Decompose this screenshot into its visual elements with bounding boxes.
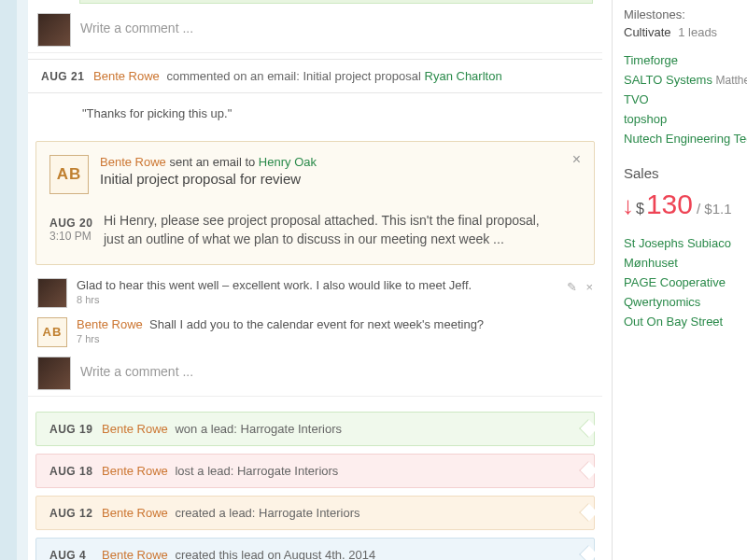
reply-text: Shall I add you to the calendar event fo…	[149, 317, 484, 331]
comment-composer-top	[28, 7, 602, 52]
sidebar: Milestones: Cultivate 1 leads TimeforgeS…	[612, 0, 747, 560]
reply-text: Glad to hear this went well – excellent …	[77, 278, 472, 292]
close-icon[interactable]: ×	[572, 151, 581, 168]
milestone-item[interactable]: Cultivate 1 leads	[613, 25, 747, 41]
email-body: Hi Henry, please see project proposal at…	[104, 211, 557, 249]
email-verb: sent an email to	[169, 155, 255, 169]
reply-meta: 8 hrs	[77, 294, 595, 305]
avatar	[37, 13, 71, 47]
event-lead: Harrogate Interiors	[241, 422, 342, 436]
avatar-initials: AB	[37, 317, 67, 347]
event-date: AUG 4	[49, 549, 102, 560]
event-author[interactable]: Bente Rowe	[93, 69, 160, 83]
sales-value: ↓ $ 130 / $1.1	[613, 185, 747, 226]
email-author[interactable]: Bente Rowe	[100, 155, 166, 169]
reply-row: Glad to hear this went well – excellent …	[28, 273, 602, 312]
reply-row: AB Bente Rowe Shall I add you to the cal…	[28, 312, 602, 351]
close-icon[interactable]: ×	[585, 280, 593, 294]
sidebar-link[interactable]: SALTO Systems Matthew	[613, 70, 747, 90]
event-lead: Harrogate Interiors	[237, 464, 338, 478]
event-subject: Initial project proposal	[303, 69, 420, 83]
email-card: × AB Bente Rowe sent an email to Henry O…	[35, 141, 595, 265]
avatar	[37, 357, 71, 390]
sidebar-link[interactable]: Nutech Engineering Tech	[613, 129, 747, 148]
event-action: lost a lead:	[175, 464, 233, 478]
sidebar-link[interactable]: St Josephs Subiaco	[613, 233, 747, 253]
event-author[interactable]: Bente Rowe	[102, 506, 168, 520]
event-date: AUG 12	[49, 507, 102, 520]
comment-composer-bottom	[28, 351, 602, 396]
sidebar-link[interactable]: Timeforge	[613, 50, 747, 70]
email-recipient[interactable]: Henry Oak	[259, 155, 317, 169]
comment-input[interactable]	[80, 13, 602, 43]
lead-event[interactable]: AUG 18Bente Rowe lost a lead: Harrogate …	[35, 454, 595, 488]
sales-heading: Sales	[613, 148, 747, 185]
event-author[interactable]: Bente Rowe	[102, 422, 168, 436]
sidebar-link[interactable]: PAGE Cooperative	[613, 273, 747, 292]
sidebar-link[interactable]: Out On Bay Street	[613, 312, 747, 331]
activity-event[interactable]: AUG 21 Bente Rowe commented on an email:…	[28, 59, 602, 93]
event-lead: Harrogate Interiors	[259, 506, 359, 520]
event-link[interactable]: Ryan Charlton	[425, 69, 502, 83]
event-date: AUG 19	[49, 423, 102, 436]
comment-input[interactable]	[80, 357, 602, 386]
event-action: created a lead:	[175, 506, 255, 520]
event-action: commented on an email:	[166, 69, 299, 83]
sidebar-link[interactable]: Qwertynomics	[613, 292, 747, 312]
event-date: AUG 21	[41, 70, 93, 83]
lead-event[interactable]: AUG 4Bente Rowe created this lead on Aug…	[35, 538, 595, 560]
email-subject: Initial project proposal for review	[100, 171, 317, 187]
trend-down-icon: ↓	[622, 191, 634, 220]
reply-author[interactable]: Bente Rowe	[77, 317, 143, 331]
lead-event[interactable]: AUG 12Bente Rowe created a lead: Harroga…	[35, 496, 595, 530]
event-date: AUG 18	[49, 465, 102, 478]
quote-text: "Thanks for picking this up."	[82, 101, 602, 133]
edit-icon[interactable]: ✎	[567, 280, 577, 294]
event-author[interactable]: Bente Rowe	[102, 548, 168, 560]
email-time: 3:10 PM	[49, 230, 92, 243]
sidebar-link[interactable]: TVO	[613, 90, 747, 109]
reply-meta: 7 hrs	[77, 333, 595, 344]
sidebar-link[interactable]: topshop	[613, 109, 747, 129]
event-action: won a lead:	[175, 422, 237, 436]
avatar	[37, 278, 67, 308]
milestones-heading: Milestones:	[613, 6, 747, 25]
avatar-initials: AB	[49, 155, 89, 194]
email-date: AUG 20	[49, 217, 92, 230]
sidebar-link[interactable]: Mønhuset	[613, 253, 747, 273]
lead-event[interactable]: AUG 19Bente Rowe won a lead: Harrogate I…	[35, 412, 595, 446]
event-author[interactable]: Bente Rowe	[102, 464, 168, 478]
event-action: created this lead on August 4th. 2014	[175, 548, 375, 560]
